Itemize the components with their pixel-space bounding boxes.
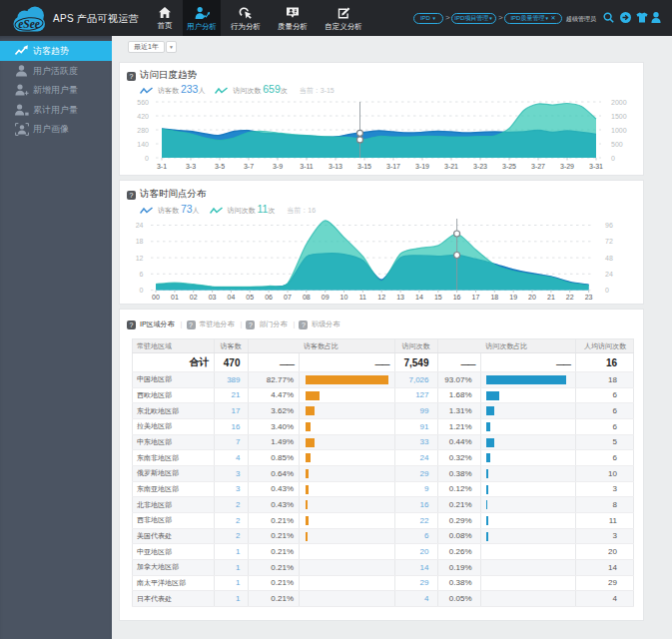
svg-text:04: 04 bbox=[228, 294, 236, 301]
svg-text:3-13: 3-13 bbox=[329, 163, 342, 170]
svg-text:23: 23 bbox=[585, 294, 593, 301]
svg-text:03: 03 bbox=[209, 294, 217, 301]
svg-text:00: 00 bbox=[152, 294, 160, 301]
svg-text:3-29: 3-29 bbox=[560, 163, 574, 170]
svg-text:13: 13 bbox=[396, 294, 404, 301]
svg-text:0: 0 bbox=[611, 155, 615, 162]
svg-text:3-23: 3-23 bbox=[473, 163, 487, 170]
svg-text:3-25: 3-25 bbox=[502, 163, 516, 170]
svg-text:20: 20 bbox=[528, 294, 536, 301]
svg-text:eSee: eSee bbox=[18, 18, 40, 30]
svg-text:3-1: 3-1 bbox=[157, 163, 167, 170]
svg-text:3-11: 3-11 bbox=[300, 163, 314, 170]
svg-text:10: 10 bbox=[340, 294, 348, 301]
svg-text:560: 560 bbox=[137, 99, 149, 106]
svg-text:140: 140 bbox=[137, 141, 149, 148]
svg-text:96: 96 bbox=[605, 222, 613, 229]
svg-text:01: 01 bbox=[171, 294, 179, 301]
svg-text:3-27: 3-27 bbox=[531, 163, 545, 170]
svg-text:420: 420 bbox=[137, 113, 149, 120]
svg-text:3-3: 3-3 bbox=[186, 163, 196, 170]
svg-text:1500: 1500 bbox=[611, 113, 627, 120]
svg-text:22: 22 bbox=[566, 294, 574, 301]
svg-text:0: 0 bbox=[145, 155, 149, 162]
svg-text:12: 12 bbox=[136, 255, 144, 262]
svg-text:19: 19 bbox=[509, 294, 517, 301]
svg-text:48: 48 bbox=[605, 255, 613, 262]
svg-text:15: 15 bbox=[434, 294, 442, 301]
svg-text:17: 17 bbox=[472, 294, 480, 301]
svg-text:3-17: 3-17 bbox=[386, 163, 400, 170]
svg-text:3-9: 3-9 bbox=[273, 163, 283, 170]
svg-text:3-5: 3-5 bbox=[215, 163, 225, 170]
svg-text:16: 16 bbox=[453, 294, 461, 301]
svg-text:18: 18 bbox=[490, 294, 498, 301]
svg-text:0: 0 bbox=[140, 287, 144, 294]
svg-text:24: 24 bbox=[136, 222, 144, 229]
svg-text:12: 12 bbox=[377, 294, 385, 301]
svg-text:3-31: 3-31 bbox=[589, 163, 603, 170]
svg-text:11: 11 bbox=[359, 294, 366, 301]
svg-text:3-19: 3-19 bbox=[415, 163, 429, 170]
svg-text:07: 07 bbox=[284, 294, 292, 301]
svg-text:24: 24 bbox=[605, 271, 613, 278]
svg-text:500: 500 bbox=[611, 141, 623, 148]
svg-text:3-7: 3-7 bbox=[244, 163, 254, 170]
svg-text:0: 0 bbox=[605, 287, 609, 294]
svg-text:6: 6 bbox=[140, 271, 144, 278]
svg-text:14: 14 bbox=[415, 294, 423, 301]
svg-text:06: 06 bbox=[265, 294, 273, 301]
svg-text:72: 72 bbox=[605, 238, 613, 245]
svg-text:18: 18 bbox=[136, 238, 144, 245]
svg-text:2000: 2000 bbox=[611, 99, 627, 106]
svg-text:09: 09 bbox=[322, 294, 330, 301]
svg-text:05: 05 bbox=[246, 294, 254, 301]
svg-text:1000: 1000 bbox=[611, 127, 627, 134]
svg-text:3-21: 3-21 bbox=[444, 163, 458, 170]
svg-text:02: 02 bbox=[190, 294, 198, 301]
svg-text:3-15: 3-15 bbox=[357, 163, 371, 170]
svg-text:21: 21 bbox=[547, 294, 555, 301]
svg-text:08: 08 bbox=[303, 294, 311, 301]
svg-text:280: 280 bbox=[137, 127, 149, 134]
